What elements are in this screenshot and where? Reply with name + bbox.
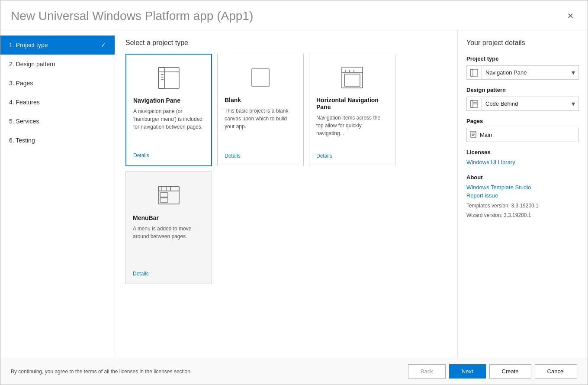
- project-type-label: Project type: [466, 55, 579, 62]
- sidebar-item-label: 5. Services: [9, 118, 39, 125]
- close-button[interactable]: ✕: [564, 10, 577, 22]
- design-pattern-select[interactable]: Code Behind MVVM Basic MVVM Light: [482, 97, 568, 110]
- sidebar-item-testing[interactable]: 6. Testing: [0, 131, 115, 150]
- dialog-footer: By continuing, you agree to the terms of…: [0, 358, 588, 385]
- design-pattern-select-wrapper: Code Behind MVVM Basic MVVM Light ▾: [466, 97, 579, 111]
- svg-rect-7: [342, 67, 363, 88]
- sidebar-item-label: 6. Testing: [9, 137, 35, 144]
- card-horizontal-nav[interactable]: Horizontal Navigation Pane Navigation It…: [309, 54, 395, 166]
- card-name: MenuBar: [133, 214, 205, 221]
- design-pattern-label: Design pattern: [466, 87, 579, 93]
- menubar-svg: [157, 184, 180, 207]
- card-desc: This basic project is a blank canvas upo…: [225, 107, 296, 149]
- sidebar-item-label: 2. Design pattern: [9, 61, 55, 68]
- card-name: Blank: [225, 97, 296, 104]
- pages-label: Pages: [466, 118, 579, 124]
- report-issue-link[interactable]: Report issue: [466, 192, 579, 199]
- sidebar-item-features[interactable]: 4. Features: [0, 93, 115, 112]
- svg-rect-21: [471, 69, 473, 76]
- licenses-label: Licenses: [466, 149, 579, 155]
- select-arrow-icon: ▾: [568, 66, 578, 79]
- right-panel: Your project details Project type Naviga…: [458, 30, 588, 358]
- windows-template-studio-link[interactable]: Windows Template Studio: [466, 184, 579, 191]
- card-details-link[interactable]: Details: [225, 153, 296, 159]
- page-icon: [470, 131, 476, 139]
- sidebar-item-services[interactable]: 5. Services: [0, 112, 115, 131]
- sidebar: 1. Project type ✓ 2. Design pattern 3. P…: [0, 30, 115, 358]
- dialog-title-sub: (App1): [217, 9, 253, 23]
- svg-rect-19: [160, 198, 168, 202]
- project-type-select[interactable]: Navigation Pane Blank Horizontal Navigat…: [482, 66, 568, 79]
- sidebar-item-pages[interactable]: 3. Pages: [0, 74, 115, 93]
- design-pattern-select-icon: [467, 97, 482, 110]
- svg-rect-1: [158, 68, 164, 88]
- card-menubar[interactable]: MenuBar A menu is added to move around b…: [125, 171, 212, 284]
- sidebar-item-label: 1. Project type: [9, 42, 48, 49]
- svg-rect-20: [471, 69, 478, 76]
- section-title: Select a project type: [125, 39, 447, 47]
- dialog-title-main: New Universal Windows Platform app: [11, 9, 213, 23]
- card-navigation-pane[interactable]: Navigation Pane A navigation pane (or 'h…: [125, 54, 212, 166]
- dialog-title: New Universal Windows Platform app (App1…: [11, 9, 253, 23]
- project-type-select-wrapper: Navigation Pane Blank Horizontal Navigat…: [466, 65, 579, 80]
- navigation-pane-icon: [156, 65, 182, 91]
- svg-rect-18: [160, 193, 168, 197]
- pages-value: Main: [480, 132, 492, 138]
- dialog-header: New Universal Windows Platform app (App1…: [0, 0, 588, 30]
- card-details-link[interactable]: Details: [133, 271, 205, 277]
- about-label: About: [466, 174, 579, 181]
- project-type-select-icon: [467, 66, 482, 79]
- sidebar-item-label: 4. Features: [9, 99, 40, 106]
- footer-agreement-text: By continuing, you agree to the terms of…: [11, 369, 192, 375]
- about-section: About Windows Template Studio Report iss…: [466, 174, 579, 220]
- nav-pane-small-icon: [470, 69, 478, 77]
- sidebar-item-label: 3. Pages: [9, 80, 33, 87]
- checkmark-icon: ✓: [101, 42, 106, 49]
- card-details-link[interactable]: Details: [316, 153, 388, 159]
- svg-rect-12: [344, 74, 360, 86]
- dialog-body: 1. Project type ✓ 2. Design pattern 3. P…: [0, 30, 588, 358]
- svg-rect-14: [158, 187, 179, 191]
- windows-ui-library-link[interactable]: Windows UI Library: [466, 159, 579, 165]
- code-behind-icon: [470, 100, 478, 108]
- select-arrow-icon: ▾: [568, 97, 578, 110]
- card-desc: Navigation Items across the top allow fo…: [316, 114, 388, 149]
- right-panel-title: Your project details: [466, 39, 579, 47]
- svg-rect-13: [158, 187, 179, 204]
- blank-svg: [249, 66, 272, 89]
- footer-buttons: Back Next Create Cancel: [408, 364, 577, 379]
- sidebar-item-design-pattern[interactable]: 2. Design pattern: [0, 55, 115, 74]
- next-button[interactable]: Next: [449, 364, 486, 379]
- pages-field: Main: [466, 128, 579, 142]
- svg-rect-0: [158, 68, 179, 88]
- card-details-link[interactable]: Details: [133, 152, 204, 159]
- card-blank[interactable]: Blank This basic project is a blank canv…: [217, 54, 304, 166]
- menubar-icon: [156, 182, 182, 208]
- main-dialog: New Universal Windows Platform app (App1…: [0, 0, 588, 385]
- svg-rect-23: [471, 100, 473, 107]
- main-content: Select a project type: [115, 30, 458, 358]
- card-name: Navigation Pane: [133, 97, 204, 104]
- cards-row2: MenuBar A menu is added to move around b…: [125, 171, 447, 284]
- sidebar-item-project-type[interactable]: 1. Project type ✓: [0, 36, 115, 55]
- create-button[interactable]: Create: [489, 364, 531, 379]
- cancel-button[interactable]: Cancel: [535, 364, 577, 379]
- page-file-icon: [470, 131, 476, 138]
- cards-row1: Navigation Pane A navigation pane (or 'h…: [125, 54, 447, 166]
- horizontal-nav-icon: [339, 65, 365, 91]
- horiz-nav-svg: [341, 66, 363, 89]
- nav-pane-svg: [157, 67, 180, 89]
- card-desc: A navigation pane (or 'hamburger menu') …: [133, 107, 204, 148]
- card-desc: A menu is added to move around between p…: [133, 225, 205, 266]
- blank-icon: [247, 65, 273, 91]
- svg-rect-6: [252, 69, 269, 86]
- card-name: Horizontal Navigation Pane: [316, 97, 388, 110]
- templates-version: Templates version: 3.3.19200.1 Wizard ve…: [466, 201, 579, 220]
- back-button[interactable]: Back: [408, 364, 446, 379]
